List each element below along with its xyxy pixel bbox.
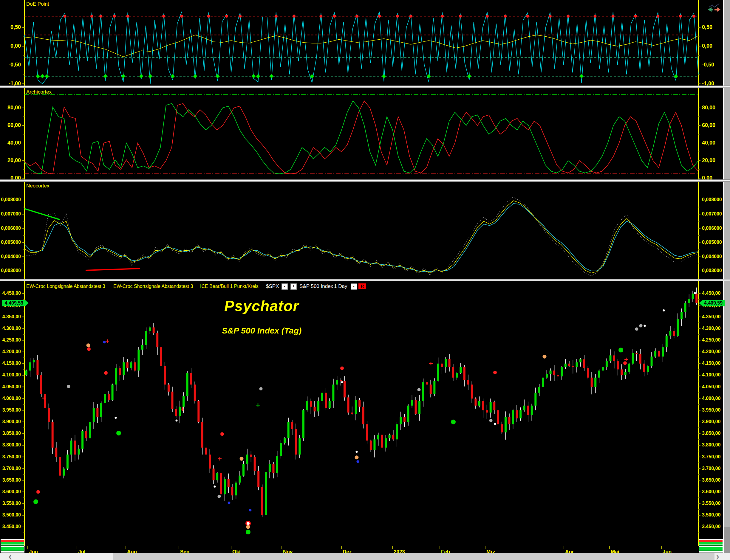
y-axis-label: 4.100,00: [2, 372, 21, 378]
y-axis-label: 40,00: [7, 140, 21, 146]
y-axis-label: 3.900,00: [2, 419, 21, 424]
y-axis-label: 4.000,00: [2, 396, 21, 401]
y-axis-label: 3.850,00: [2, 431, 21, 436]
stacked-price-labels-left: [1, 539, 24, 553]
interval-dropdown-button[interactable]: ▾: [351, 283, 357, 290]
vertical-scrollbar-thumb[interactable]: [724, 527, 730, 553]
y-axis-label: 3.700,00: [2, 466, 21, 471]
y-axis-label: 4.150,00: [2, 361, 21, 366]
y-axis-label: 4.250,00: [2, 337, 21, 343]
y-axis-label: 4.200,00: [2, 349, 21, 354]
panel-splitter[interactable]: [0, 179, 730, 182]
horizontal-scrollbar[interactable]: ❮ ❯: [0, 553, 730, 560]
y-axis-label-right: 0,007000: [702, 211, 722, 217]
y-axis-label-right: 0,003000: [702, 268, 722, 273]
indicator-label-ice[interactable]: ICE Bear/Bull 1 Punkt/Kreis: [200, 284, 258, 289]
y-axis-label-right: 3.750,00: [702, 454, 720, 460]
scroll-right-button[interactable]: ❯: [716, 553, 720, 560]
y-axis-label: 0,00: [10, 43, 21, 49]
y-axis-label-right: 3.600,00: [702, 489, 720, 494]
y-axis-label-right: 3.700,00: [702, 466, 720, 471]
y-axis-label-right: 4.350,00: [702, 314, 720, 319]
stacked-price-labels-right: [699, 539, 723, 553]
y-axis-label-right: 80,00: [702, 105, 715, 111]
panel-splitter[interactable]: [0, 279, 730, 281]
chart-title: Psychator: [224, 297, 299, 315]
y-axis-label-right: -0,50: [702, 62, 714, 68]
y-axis-label: 3.950,00: [2, 407, 21, 413]
y-axis-label-right: 0,50: [702, 24, 712, 30]
y-axis-label: 3.500,00: [2, 512, 21, 518]
y-axis-label: 3.750,00: [2, 454, 21, 460]
y-axis-label: 0,50: [10, 24, 21, 30]
instrument-name-label: S&P 500 Index: [299, 283, 333, 289]
y-axis-label: -0,50: [9, 62, 21, 68]
y-axis-label: 3.650,00: [2, 477, 21, 483]
last-price-badge-left: 4.409,59: [2, 300, 29, 306]
y-axis-label: 0,006000: [1, 226, 21, 231]
y-axis-label: 3.600,00: [2, 489, 21, 494]
y-axis-label: 0,003000: [1, 268, 21, 273]
y-axis-label: 4.450,00: [2, 291, 21, 296]
y-axis-label-right: 4.250,00: [702, 337, 720, 343]
panel-title-archicortex: Archicortex: [26, 89, 52, 95]
y-axis-label-right: 0,006000: [702, 226, 722, 231]
y-axis-label-right: 4.100,00: [702, 372, 720, 378]
y-axis-label-right: 3.950,00: [702, 407, 720, 413]
y-axis-label: 4.300,00: [2, 326, 21, 331]
y-axis-label: 0,008000: [1, 197, 21, 202]
y-axis-label: 0,007000: [1, 211, 21, 217]
scroll-left-button[interactable]: ❮: [8, 553, 12, 560]
app-window: DoE Point Archicortex Neocortex EW-Croc …: [0, 0, 730, 560]
y-axis-label-right: 4.450,00: [702, 291, 720, 296]
y-axis-label-right: 3.900,00: [702, 419, 720, 424]
indicator-label-short[interactable]: EW-Croc Shortsignale Abstandstest 3: [113, 284, 193, 289]
y-axis-label-right: 4.050,00: [702, 384, 720, 390]
y-axis-label-right: 40,00: [702, 140, 715, 146]
y-axis-label-right: 4.150,00: [702, 361, 720, 366]
y-axis-label-right: 4.000,00: [702, 396, 720, 401]
symbol-dropdown-button[interactable]: ▾: [281, 283, 288, 290]
symbol-label: $SPX: [266, 283, 279, 289]
indicator-label-long[interactable]: EW-Croc Longsignale Abstandstest 3: [26, 284, 105, 289]
y-axis-label: 20,00: [7, 157, 21, 164]
last-price-badge-right: 4.409,59: [699, 300, 725, 306]
interval-mode-button[interactable]: I: [290, 283, 297, 290]
y-axis-label-right: 3.800,00: [702, 442, 720, 448]
y-axis-label: 4.050,00: [2, 384, 21, 390]
panel-title-neocortex: Neocortex: [26, 183, 49, 189]
panel-title-doe-point: DoE Point: [26, 1, 49, 7]
y-axis-label: 3.450,00: [2, 524, 21, 529]
y-axis-label-right: 0,008000: [702, 197, 722, 202]
y-axis-label-right: 3.500,00: [702, 512, 720, 518]
y-axis-label: 3.550,00: [2, 501, 21, 506]
y-axis-label-right: 0,00: [702, 43, 712, 49]
y-axis-label: 4.350,00: [2, 314, 21, 319]
y-axis-label-right: 4.300,00: [702, 326, 720, 331]
panel-splitter[interactable]: [0, 86, 730, 88]
horizontal-scrollbar-thumb[interactable]: [113, 553, 715, 560]
y-axis-label-right: 20,00: [702, 157, 715, 164]
y-axis-label: 3.800,00: [2, 442, 21, 448]
y-axis-label-right: 60,00: [702, 122, 715, 128]
y-axis-label: 0,005000: [1, 240, 21, 245]
y-axis-label-right: 3.850,00: [702, 431, 720, 436]
y-axis-label-right: 0,005000: [702, 240, 722, 245]
realtime-button[interactable]: R: [358, 283, 366, 289]
y-axis-label-right: 3.550,00: [702, 501, 720, 506]
y-axis-label-right: 0,004000: [702, 254, 722, 259]
y-axis-label-right: 3.650,00: [702, 477, 720, 483]
y-axis-label-right: 3.450,00: [702, 524, 720, 529]
y-axis-label: 60,00: [7, 122, 21, 128]
interval-label: 1 Day: [334, 283, 347, 289]
y-axis-label: 0,004000: [1, 254, 21, 259]
y-axis-label: 80,00: [7, 105, 21, 111]
scroll-to-end-icon[interactable]: [707, 2, 721, 15]
chart-subtitle: S&P 500 Index (Tag): [222, 326, 301, 336]
y-axis-label-right: 4.200,00: [702, 349, 720, 354]
